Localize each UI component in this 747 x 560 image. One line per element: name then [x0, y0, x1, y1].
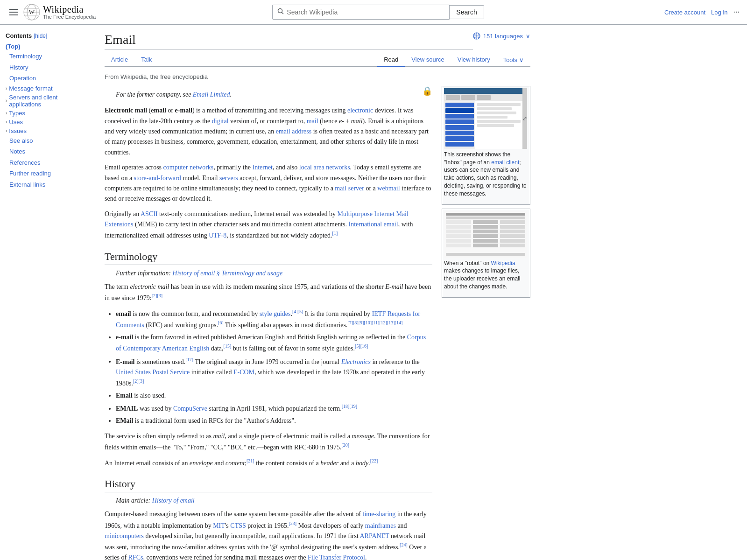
- terminology-heading: Terminology: [105, 251, 432, 265]
- toc-top-item[interactable]: (Top): [6, 42, 88, 51]
- toc-item-notes[interactable]: Notes: [6, 146, 88, 157]
- usps-link[interactable]: United States Postal Service: [116, 369, 190, 376]
- mit-link[interactable]: MIT: [213, 522, 225, 529]
- wikipedia-logo[interactable]: W Wikipedia The Free Encyclopedia: [23, 4, 96, 21]
- page-title-area: Email 151 languages ∨: [105, 32, 530, 49]
- electronics-link[interactable]: Electronics: [341, 358, 371, 365]
- electronic-link[interactable]: electronic: [347, 107, 373, 114]
- history-terminology-link[interactable]: History of email § Terminology and usage: [172, 270, 282, 277]
- menu-button[interactable]: [7, 7, 20, 17]
- mail-link[interactable]: mail: [307, 118, 318, 125]
- toc-item-further-reading[interactable]: Further reading: [6, 168, 88, 179]
- further-info-label: Further information:: [116, 270, 172, 277]
- further-info-terminology: Further information: History of email § …: [116, 270, 432, 277]
- svg-point-6: [278, 9, 282, 13]
- style-guides-link[interactable]: style guides: [260, 310, 291, 317]
- para-ascii: Originally an ASCII text-only communicat…: [105, 209, 432, 241]
- service-para: The service is often simply referred to …: [105, 431, 432, 453]
- ctss-link[interactable]: CTSS: [230, 522, 246, 529]
- tab-read[interactable]: Read: [377, 53, 405, 67]
- term-intro-para: The term electronic mail has been in use…: [105, 282, 432, 303]
- page-title: Email: [105, 32, 473, 49]
- toc-link-uses[interactable]: Uses: [9, 119, 23, 126]
- chevron-icon[interactable]: ›: [6, 128, 7, 133]
- ascii-link[interactable]: ASCII: [141, 210, 158, 217]
- list-item: EMAIL was used by CompuServe starting in…: [116, 403, 432, 414]
- toc-item-references[interactable]: References: [6, 157, 88, 168]
- tab-view-history[interactable]: View history: [451, 53, 497, 67]
- history-para-1: Computer-based messaging between users o…: [105, 509, 432, 560]
- toc-link-types[interactable]: Types: [9, 110, 25, 117]
- computer-networks-link[interactable]: computer networks: [163, 164, 214, 171]
- tab-article[interactable]: Article: [105, 53, 134, 67]
- inbox-screenshot: ⤢: [444, 88, 527, 149]
- toc-item-issues: › Issues: [6, 126, 88, 135]
- create-account-link[interactable]: Create account: [664, 9, 705, 16]
- toc-link-message-format[interactable]: Message format: [9, 85, 52, 92]
- list-item: EMail is a traditional form used in RFCs…: [116, 416, 432, 426]
- ecom-link[interactable]: E-COM: [233, 369, 254, 376]
- toc-link-servers[interactable]: Servers and client applications: [9, 94, 88, 108]
- para-networks: Email operates across computer networks,…: [105, 162, 432, 204]
- toc-item-external-links[interactable]: External links: [6, 179, 88, 190]
- tools-button[interactable]: Tools ∨: [497, 53, 530, 66]
- servers-link[interactable]: servers: [219, 175, 238, 182]
- toc-item-operation[interactable]: Operation: [6, 73, 88, 84]
- language-button[interactable]: 151 languages ∨: [473, 32, 530, 40]
- international-email-link[interactable]: International email: [349, 221, 398, 228]
- history-of-email-link[interactable]: History of email: [152, 497, 195, 504]
- search-input[interactable]: [287, 8, 444, 16]
- expand-icon[interactable]: ⤢: [522, 115, 527, 122]
- chevron-icon[interactable]: ›: [6, 111, 7, 116]
- email-client-link[interactable]: email client: [491, 159, 519, 166]
- rfcs-link[interactable]: RFCs: [128, 554, 143, 560]
- toc-item-uses: › Uses: [6, 118, 88, 126]
- local-area-networks-link[interactable]: local area networks: [299, 164, 350, 171]
- robot-image-box: ⤢ When a "robot" on Wikipedia makes chan…: [442, 209, 530, 298]
- arpanet-link[interactable]: ARPANET: [360, 532, 389, 539]
- time-sharing-link[interactable]: time-sharing: [363, 511, 396, 518]
- tab-talk[interactable]: Talk: [134, 53, 158, 67]
- toc-hide-button[interactable]: [hide]: [34, 33, 47, 39]
- tools-label: Tools: [503, 56, 517, 63]
- toc-item-see-also[interactable]: See also: [6, 135, 88, 147]
- login-link[interactable]: Log in: [711, 9, 727, 16]
- toc-item-history[interactable]: History: [6, 62, 88, 73]
- search-icon: [277, 8, 284, 16]
- history-heading: History: [105, 478, 432, 492]
- ftp-link[interactable]: File Transfer Protocol: [308, 554, 365, 560]
- site-header: W Wikipedia The Free Encyclopedia Search…: [0, 0, 747, 25]
- mail-server-link[interactable]: mail server: [335, 185, 364, 192]
- utf8-link[interactable]: UTF-8: [209, 232, 226, 239]
- store-and-forward-link[interactable]: store-and-forward: [134, 175, 181, 182]
- screen-simulation: [444, 88, 522, 149]
- terminology-list: email is now the common form, and recomm…: [116, 308, 432, 427]
- toc-item-terminology[interactable]: Terminology: [6, 51, 88, 62]
- coca-link[interactable]: Corpus of Contemporary American English: [116, 334, 426, 352]
- email-address-link[interactable]: email address: [276, 128, 312, 135]
- webmail-link[interactable]: webmail: [377, 185, 400, 192]
- more-options-icon[interactable]: ···: [733, 7, 740, 17]
- bold-electronic-mail: Electronic mail: [105, 107, 147, 114]
- bold-e-mail: e-mail: [175, 107, 192, 114]
- compuserve-link[interactable]: CompuServe: [173, 405, 207, 412]
- list-item: Email is also used.: [116, 391, 432, 401]
- list-item: e-mail is the form favored in edited pub…: [116, 332, 432, 354]
- minicomputers-link[interactable]: minicomputers: [105, 532, 144, 539]
- search-button[interactable]: Search: [450, 5, 484, 19]
- digital-link[interactable]: digital: [212, 118, 229, 125]
- from-wikipedia: From Wikipedia, the free encyclopedia: [105, 72, 530, 82]
- internet-link[interactable]: Internet: [252, 164, 273, 171]
- email-limited-link[interactable]: Email Limited: [193, 91, 230, 98]
- tab-view-source[interactable]: View source: [405, 53, 451, 67]
- chevron-icon[interactable]: ›: [6, 86, 7, 91]
- svg-text:W: W: [29, 8, 35, 15]
- wikipedia-robot-link[interactable]: Wikipedia: [491, 260, 515, 266]
- chevron-icon[interactable]: ›: [6, 98, 7, 103]
- toc-link-issues[interactable]: Issues: [9, 127, 27, 134]
- wikipedia-name: Wikipedia: [43, 5, 96, 14]
- chevron-icon[interactable]: ›: [6, 119, 7, 125]
- mainframes-link[interactable]: mainframes: [365, 522, 396, 529]
- svg-line-7: [282, 13, 284, 14]
- robot-screenshot: ⤢: [444, 211, 527, 258]
